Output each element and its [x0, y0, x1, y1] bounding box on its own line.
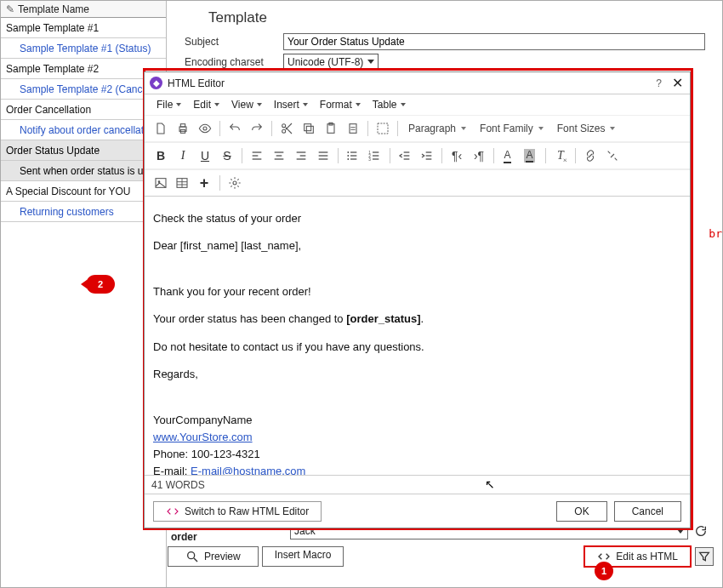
sidebar-item[interactable]: Notify about order cancellation: [1, 120, 166, 140]
fontfamily-select[interactable]: Font Family: [473, 117, 550, 140]
subject-input[interactable]: [283, 33, 705, 50]
settings-button[interactable]: [224, 172, 246, 194]
link-icon: [584, 149, 597, 163]
svg-point-5: [203, 127, 207, 130]
chevron-down-icon: [356, 103, 361, 106]
ltr-icon: ¶‹: [452, 149, 462, 163]
svg-point-31: [347, 155, 349, 157]
unlink-button[interactable]: [601, 145, 623, 167]
close-button[interactable]: ✕: [670, 75, 685, 91]
menu-file[interactable]: File: [151, 96, 186, 113]
bullet-list-button[interactable]: [342, 145, 364, 167]
print-icon: [176, 122, 190, 135]
text-color-icon: A: [504, 149, 510, 163]
strikethrough-button[interactable]: S: [216, 145, 238, 167]
bg-color-button[interactable]: A: [520, 145, 542, 167]
subject-label: Subject: [185, 36, 283, 48]
annotation-1: 1: [595, 562, 613, 580]
preview-button[interactable]: [194, 117, 216, 140]
bold-icon: B: [157, 149, 165, 163]
select-all-button[interactable]: [372, 117, 394, 140]
sidebar: ✎ Template Name Sample Template #1 Sampl…: [1, 1, 167, 588]
refresh-button[interactable]: [692, 522, 710, 540]
sidebar-item[interactable]: Sample Template #1 (Status): [1, 38, 166, 59]
svg-text:3: 3: [368, 157, 371, 162]
redo-button[interactable]: [246, 117, 268, 140]
image-button[interactable]: [150, 172, 172, 194]
switch-raw-button[interactable]: Switch to Raw HTML Editor: [153, 501, 322, 522]
menu-insert[interactable]: Insert: [269, 96, 313, 113]
signature: YourCompanyName www.YourStore.com Phone:…: [153, 412, 681, 475]
word-count: 41 WORDS: [151, 479, 205, 491]
numbered-list-icon: 123: [367, 149, 381, 163]
document-icon: [154, 122, 168, 135]
paste-text-button[interactable]: [342, 117, 364, 140]
numbered-list-button[interactable]: 123: [364, 145, 386, 167]
clipboard-text-icon: [346, 122, 360, 135]
rtl-button[interactable]: ›¶: [468, 145, 490, 167]
sidebar-item[interactable]: Sample Template #2 (Cancellation): [1, 79, 166, 100]
unlink-icon: [606, 149, 619, 163]
insert-button[interactable]: +: [194, 172, 216, 194]
sidebar-item[interactable]: Returning customers: [1, 202, 166, 222]
signature-email-link[interactable]: E-mail@hostname.com: [191, 465, 305, 475]
preview-button[interactable]: Preview: [168, 546, 259, 567]
new-doc-button[interactable]: [150, 117, 172, 140]
insert-macro-button[interactable]: Insert Macro: [262, 546, 344, 567]
menu-edit[interactable]: Edit: [188, 96, 225, 113]
link-button[interactable]: [579, 145, 601, 167]
sidebar-item-selected[interactable]: Sent when order status is updated: [1, 161, 166, 181]
select-all-icon: [376, 122, 390, 135]
sidebar-group[interactable]: Order Cancellation: [1, 100, 166, 120]
sidebar-group[interactable]: A Special Discount for YOU: [1, 181, 166, 202]
signature-site-link[interactable]: www.YourStore.com: [153, 431, 253, 443]
redo-icon: [250, 122, 264, 135]
clear-format-button[interactable]: T×: [549, 145, 572, 167]
menu-view[interactable]: View: [226, 96, 267, 113]
align-justify-button[interactable]: [312, 145, 334, 167]
filter-button[interactable]: [695, 547, 714, 566]
bold-button[interactable]: B: [150, 145, 172, 167]
refresh-icon: [694, 524, 708, 538]
cut-button[interactable]: [276, 117, 298, 140]
outdent-icon: [398, 149, 412, 163]
fontsize-select[interactable]: Font Sizes: [550, 117, 623, 140]
ltr-button[interactable]: ¶‹: [446, 145, 468, 167]
paste-button[interactable]: [320, 117, 342, 140]
svg-line-9: [286, 123, 292, 129]
indent-button[interactable]: [416, 145, 438, 167]
align-right-icon: [294, 149, 308, 163]
print-button[interactable]: [172, 117, 194, 140]
paragraph-select[interactable]: Paragraph: [401, 117, 473, 140]
outdent-button[interactable]: [394, 145, 416, 167]
align-left-button[interactable]: [246, 145, 268, 167]
align-right-button[interactable]: [290, 145, 312, 167]
underline-button[interactable]: U: [194, 145, 216, 167]
svg-line-1: [194, 558, 197, 562]
help-button[interactable]: ?: [656, 77, 662, 89]
sidebar-group[interactable]: Sample Template #2: [1, 59, 166, 79]
italic-button[interactable]: I: [172, 145, 194, 167]
text-color-button[interactable]: A: [498, 145, 520, 167]
sidebar-group[interactable]: Sample Template #1: [1, 18, 166, 38]
body-line: Check the status of your order: [153, 210, 681, 227]
table-icon: [175, 176, 189, 190]
table-button[interactable]: [172, 172, 194, 194]
sidebar-header[interactable]: ✎ Template Name: [1, 1, 166, 18]
sidebar-group-selected[interactable]: Order Status Update: [1, 140, 166, 161]
align-center-button[interactable]: [268, 145, 290, 167]
modal-footer: Switch to Raw HTML Editor OK Cancel: [145, 494, 690, 528]
scissors-icon: [280, 122, 293, 135]
cancel-button[interactable]: Cancel: [614, 501, 681, 522]
encoding-value: Unicode (UTF-8): [287, 56, 363, 68]
svg-rect-10: [306, 126, 313, 133]
undo-button[interactable]: [224, 117, 246, 140]
copy-button[interactable]: [298, 117, 320, 140]
menubar: File Edit View Insert Format Table: [145, 94, 690, 115]
editor-content[interactable]: Check the status of your order Dear [fir…: [145, 197, 690, 475]
chevron-down-icon: [610, 127, 615, 130]
menu-table[interactable]: Table: [367, 96, 411, 113]
menu-format[interactable]: Format: [315, 96, 366, 113]
ok-button[interactable]: OK: [556, 501, 606, 522]
svg-point-7: [282, 124, 286, 128]
